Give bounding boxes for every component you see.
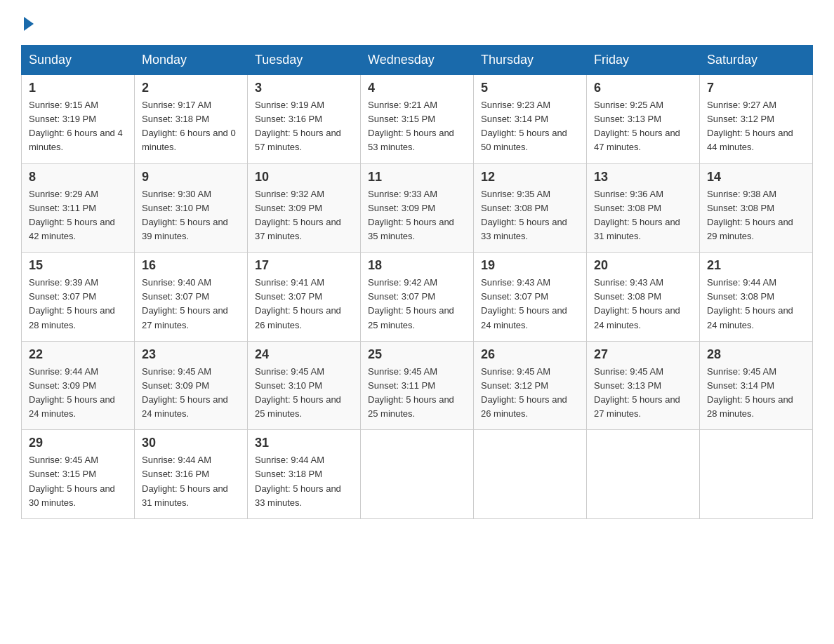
day-info: Sunrise: 9:23 AM Sunset: 3:14 PM Dayligh… <box>481 98 579 155</box>
day-cell: 22Sunrise: 9:44 AM Sunset: 3:09 PM Dayli… <box>22 341 135 430</box>
day-info: Sunrise: 9:36 AM Sunset: 3:08 PM Dayligh… <box>594 187 692 244</box>
day-cell: 29Sunrise: 9:45 AM Sunset: 3:15 PM Dayli… <box>22 430 135 519</box>
day-number: 21 <box>707 258 805 273</box>
day-number: 19 <box>481 258 579 273</box>
day-cell: 25Sunrise: 9:45 AM Sunset: 3:11 PM Dayli… <box>361 341 474 430</box>
day-cell: 6Sunrise: 9:25 AM Sunset: 3:13 PM Daylig… <box>587 75 700 164</box>
day-cell: 30Sunrise: 9:44 AM Sunset: 3:16 PM Dayli… <box>135 430 248 519</box>
day-cell: 1Sunrise: 9:15 AM Sunset: 3:19 PM Daylig… <box>22 75 135 164</box>
day-info: Sunrise: 9:45 AM Sunset: 3:09 PM Dayligh… <box>142 365 240 422</box>
calendar-table: SundayMondayTuesdayWednesdayThursdayFrid… <box>21 45 813 519</box>
day-number: 20 <box>594 258 692 273</box>
day-number: 26 <box>481 347 579 362</box>
day-number: 12 <box>481 170 579 185</box>
day-number: 8 <box>29 170 127 185</box>
day-number: 14 <box>707 170 805 185</box>
header-row: SundayMondayTuesdayWednesdayThursdayFrid… <box>22 46 813 75</box>
day-cell: 7Sunrise: 9:27 AM Sunset: 3:12 PM Daylig… <box>700 75 813 164</box>
logo <box>21 14 34 31</box>
day-number: 28 <box>707 347 805 362</box>
day-info: Sunrise: 9:38 AM Sunset: 3:08 PM Dayligh… <box>707 187 805 244</box>
day-cell: 10Sunrise: 9:32 AM Sunset: 3:09 PM Dayli… <box>248 163 361 253</box>
day-cell: 11Sunrise: 9:33 AM Sunset: 3:09 PM Dayli… <box>361 163 474 253</box>
day-cell: 5Sunrise: 9:23 AM Sunset: 3:14 PM Daylig… <box>474 75 587 164</box>
day-cell: 13Sunrise: 9:36 AM Sunset: 3:08 PM Dayli… <box>587 163 700 253</box>
day-number: 7 <box>707 81 805 95</box>
column-header-wednesday: Wednesday <box>361 46 474 75</box>
day-cell: 19Sunrise: 9:43 AM Sunset: 3:07 PM Dayli… <box>474 253 587 342</box>
week-row-1: 1Sunrise: 9:15 AM Sunset: 3:19 PM Daylig… <box>22 75 813 164</box>
day-cell: 31Sunrise: 9:44 AM Sunset: 3:18 PM Dayli… <box>248 430 361 519</box>
logo-arrow-icon <box>24 17 34 31</box>
day-cell: 26Sunrise: 9:45 AM Sunset: 3:12 PM Dayli… <box>474 341 587 430</box>
day-cell: 28Sunrise: 9:45 AM Sunset: 3:14 PM Dayli… <box>700 341 813 430</box>
day-cell: 27Sunrise: 9:45 AM Sunset: 3:13 PM Dayli… <box>587 341 700 430</box>
day-info: Sunrise: 9:15 AM Sunset: 3:19 PM Dayligh… <box>29 98 127 155</box>
column-header-thursday: Thursday <box>474 46 587 75</box>
day-info: Sunrise: 9:27 AM Sunset: 3:12 PM Dayligh… <box>707 98 805 155</box>
day-number: 4 <box>368 81 466 95</box>
day-cell: 15Sunrise: 9:39 AM Sunset: 3:07 PM Dayli… <box>22 253 135 342</box>
day-cell <box>474 430 587 519</box>
day-cell <box>587 430 700 519</box>
day-info: Sunrise: 9:45 AM Sunset: 3:10 PM Dayligh… <box>255 365 353 422</box>
week-row-3: 15Sunrise: 9:39 AM Sunset: 3:07 PM Dayli… <box>22 253 813 342</box>
week-row-2: 8Sunrise: 9:29 AM Sunset: 3:11 PM Daylig… <box>22 163 813 253</box>
column-header-monday: Monday <box>135 46 248 75</box>
day-info: Sunrise: 9:21 AM Sunset: 3:15 PM Dayligh… <box>368 98 466 155</box>
day-info: Sunrise: 9:42 AM Sunset: 3:07 PM Dayligh… <box>368 276 466 333</box>
day-number: 11 <box>368 170 466 185</box>
day-info: Sunrise: 9:45 AM Sunset: 3:11 PM Dayligh… <box>368 365 466 422</box>
day-cell: 9Sunrise: 9:30 AM Sunset: 3:10 PM Daylig… <box>135 163 248 253</box>
day-info: Sunrise: 9:29 AM Sunset: 3:11 PM Dayligh… <box>29 187 127 244</box>
day-number: 10 <box>255 170 353 185</box>
day-cell: 12Sunrise: 9:35 AM Sunset: 3:08 PM Dayli… <box>474 163 587 253</box>
day-number: 1 <box>29 81 127 95</box>
day-info: Sunrise: 9:25 AM Sunset: 3:13 PM Dayligh… <box>594 98 692 155</box>
day-info: Sunrise: 9:43 AM Sunset: 3:08 PM Dayligh… <box>594 276 692 333</box>
day-info: Sunrise: 9:44 AM Sunset: 3:08 PM Dayligh… <box>707 276 805 333</box>
day-info: Sunrise: 9:44 AM Sunset: 3:18 PM Dayligh… <box>255 453 353 510</box>
day-number: 29 <box>29 436 127 450</box>
column-header-friday: Friday <box>587 46 700 75</box>
day-info: Sunrise: 9:45 AM Sunset: 3:13 PM Dayligh… <box>594 365 692 422</box>
day-cell: 24Sunrise: 9:45 AM Sunset: 3:10 PM Dayli… <box>248 341 361 430</box>
column-header-saturday: Saturday <box>700 46 813 75</box>
day-cell: 20Sunrise: 9:43 AM Sunset: 3:08 PM Dayli… <box>587 253 700 342</box>
day-info: Sunrise: 9:17 AM Sunset: 3:18 PM Dayligh… <box>142 98 240 155</box>
day-cell <box>361 430 474 519</box>
day-info: Sunrise: 9:45 AM Sunset: 3:15 PM Dayligh… <box>29 453 127 510</box>
day-cell: 17Sunrise: 9:41 AM Sunset: 3:07 PM Dayli… <box>248 253 361 342</box>
day-info: Sunrise: 9:39 AM Sunset: 3:07 PM Dayligh… <box>29 276 127 333</box>
day-number: 5 <box>481 81 579 95</box>
day-info: Sunrise: 9:33 AM Sunset: 3:09 PM Dayligh… <box>368 187 466 244</box>
day-info: Sunrise: 9:44 AM Sunset: 3:16 PM Dayligh… <box>142 453 240 510</box>
day-info: Sunrise: 9:41 AM Sunset: 3:07 PM Dayligh… <box>255 276 353 333</box>
day-number: 27 <box>594 347 692 362</box>
day-number: 17 <box>255 258 353 273</box>
day-cell: 8Sunrise: 9:29 AM Sunset: 3:11 PM Daylig… <box>22 163 135 253</box>
day-cell: 16Sunrise: 9:40 AM Sunset: 3:07 PM Dayli… <box>135 253 248 342</box>
day-cell: 23Sunrise: 9:45 AM Sunset: 3:09 PM Dayli… <box>135 341 248 430</box>
day-info: Sunrise: 9:45 AM Sunset: 3:14 PM Dayligh… <box>707 365 805 422</box>
day-number: 23 <box>142 347 240 362</box>
page-header <box>21 14 813 31</box>
week-row-5: 29Sunrise: 9:45 AM Sunset: 3:15 PM Dayli… <box>22 430 813 519</box>
day-info: Sunrise: 9:30 AM Sunset: 3:10 PM Dayligh… <box>142 187 240 244</box>
column-header-sunday: Sunday <box>22 46 135 75</box>
day-number: 22 <box>29 347 127 362</box>
day-number: 16 <box>142 258 240 273</box>
day-info: Sunrise: 9:44 AM Sunset: 3:09 PM Dayligh… <box>29 365 127 422</box>
day-info: Sunrise: 9:19 AM Sunset: 3:16 PM Dayligh… <box>255 98 353 155</box>
day-cell: 3Sunrise: 9:19 AM Sunset: 3:16 PM Daylig… <box>248 75 361 164</box>
day-cell: 18Sunrise: 9:42 AM Sunset: 3:07 PM Dayli… <box>361 253 474 342</box>
day-cell: 14Sunrise: 9:38 AM Sunset: 3:08 PM Dayli… <box>700 163 813 253</box>
day-info: Sunrise: 9:43 AM Sunset: 3:07 PM Dayligh… <box>481 276 579 333</box>
day-number: 6 <box>594 81 692 95</box>
day-number: 31 <box>255 436 353 450</box>
column-header-tuesday: Tuesday <box>248 46 361 75</box>
day-cell: 4Sunrise: 9:21 AM Sunset: 3:15 PM Daylig… <box>361 75 474 164</box>
day-number: 9 <box>142 170 240 185</box>
day-info: Sunrise: 9:40 AM Sunset: 3:07 PM Dayligh… <box>142 276 240 333</box>
day-cell: 21Sunrise: 9:44 AM Sunset: 3:08 PM Dayli… <box>700 253 813 342</box>
